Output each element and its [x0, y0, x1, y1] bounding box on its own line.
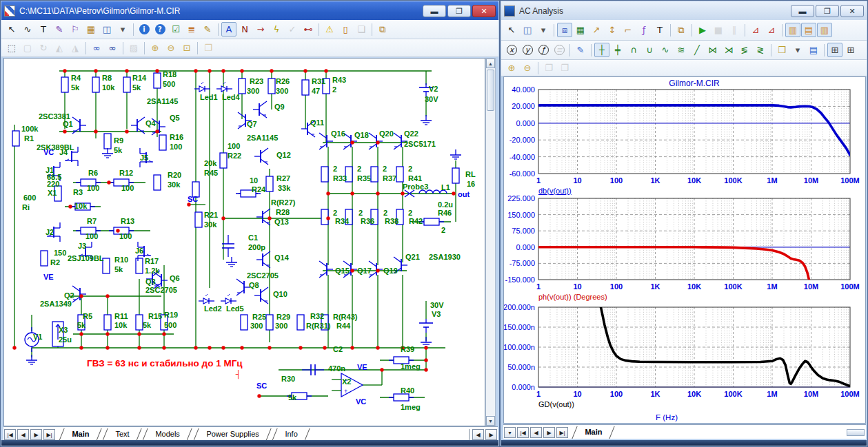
edit-limits-icon[interactable]: ✎	[573, 43, 588, 57]
show-attribute-text-icon[interactable]: A	[221, 22, 236, 37]
run-icon[interactable]: ▶	[695, 23, 710, 37]
zoom-in-icon[interactable]: ⊕	[504, 61, 519, 75]
show-plot-panel-icon[interactable]: ▥	[785, 23, 800, 37]
zoom-to-fit-icon[interactable]: ⊡	[179, 41, 194, 55]
show-currents-icon[interactable]: →	[253, 22, 268, 37]
clipboard-dropdown-icon[interactable]: ▾	[790, 43, 805, 57]
component-menu-icon[interactable]: ◫	[520, 23, 535, 37]
zoom-select-icon[interactable]: ⧈	[557, 23, 572, 37]
go-to-valley-icon[interactable]: ∪	[642, 43, 657, 57]
stop-icon[interactable]: ■	[711, 23, 726, 37]
copy-to-clipboard-icon[interactable]: ❒	[774, 43, 789, 57]
hscroll-right-icon[interactable]: ▶	[485, 429, 497, 440]
fx-settings-icon[interactable]: ƒ	[536, 43, 551, 57]
fx-mode-icon[interactable]: ƒ	[636, 23, 652, 37]
global-low-icon[interactable]: ≷	[753, 43, 768, 57]
minimize-button[interactable]: ▬	[423, 5, 446, 17]
high-point-icon[interactable]: ⋈	[705, 43, 720, 57]
box-select-icon[interactable]: ⬚	[4, 41, 19, 55]
component-dropdown-icon[interactable]: ▾	[536, 23, 551, 37]
help-mode-icon[interactable]: ?	[152, 22, 168, 37]
select-tool-icon[interactable]: ↖	[504, 23, 519, 37]
tab-info[interactable]: Info	[272, 428, 311, 441]
properties-icon[interactable]: ⧉	[674, 23, 689, 37]
graphics-mode-icon[interactable]: ✎	[52, 22, 67, 37]
hscroll-left-icon[interactable]: ◀	[472, 429, 484, 440]
analysis-titlebar[interactable]: AC Analysis ▬ ❐ ✕	[501, 1, 867, 20]
x-axis-settings-icon[interactable]: x	[504, 43, 519, 57]
zoom-in-icon[interactable]: ⊕	[148, 41, 163, 55]
tab-nav-arrow-icon[interactable]: |◀	[517, 427, 529, 438]
properties-icon[interactable]: ⧉	[375, 22, 390, 37]
restore-button[interactable]: ❐	[816, 5, 839, 17]
clear-region-icon[interactable]: ▢	[20, 41, 35, 55]
show-power-icon[interactable]: ϟ	[269, 22, 284, 37]
flip-horizontal-icon[interactable]: ◭	[52, 41, 67, 55]
auto-scale-icon[interactable]: ⊞	[843, 43, 858, 57]
minimize-button[interactable]: ▬	[791, 5, 814, 17]
restore-button[interactable]: ❐	[447, 5, 471, 17]
title-block-icon[interactable]: ❏	[354, 22, 369, 37]
zoom-plot-icon[interactable]: ↗	[589, 23, 604, 37]
y-axis-settings-icon[interactable]: y	[520, 43, 535, 57]
show-pin-connections-icon[interactable]: ⊷	[301, 22, 316, 37]
text-mode-icon[interactable]: T	[36, 22, 51, 37]
schematic-titlebar[interactable]: C:\MC11\DATA\Petrov\Gilmor\Gilmor-M.CIR …	[1, 1, 498, 20]
format-settings-icon[interactable]: ≡	[552, 43, 567, 57]
plot-panel[interactable]: 40.00020.0000.000-20.000-40.000-60.00011…	[503, 76, 866, 424]
close-button[interactable]: ✕	[472, 5, 496, 17]
scroll-thumb[interactable]	[487, 70, 494, 111]
stepping-icon[interactable]: ⊿	[764, 23, 779, 37]
scope-mode-icon[interactable]: ▦	[573, 23, 588, 37]
tab-main[interactable]: Main	[59, 428, 101, 441]
analysis-limits-icon[interactable]: ⊿	[748, 23, 763, 37]
page-thumbnail-icon[interactable]: ❐	[201, 41, 216, 55]
zoom-out-icon[interactable]: ⊖	[520, 61, 535, 75]
command-list-icon[interactable]: ≣	[184, 22, 199, 37]
global-high-icon[interactable]: ≶	[737, 43, 752, 57]
track-cursor-icon[interactable]: ╪	[610, 43, 625, 57]
text-mode-icon[interactable]: T	[652, 23, 667, 37]
tab-nav-arrow-icon[interactable]: ▶	[30, 429, 42, 440]
go-to-slope-icon[interactable]: ╱	[689, 43, 705, 57]
wire-mode-icon[interactable]: ∿	[20, 22, 35, 37]
cursor-mode-icon[interactable]: ┼	[594, 43, 609, 57]
tab-nav-arrow-icon[interactable]: ▶|	[43, 429, 55, 440]
tab-models[interactable]: Models	[143, 428, 193, 441]
tab-main[interactable]: Main	[572, 426, 614, 439]
component-dropdown-icon[interactable]: ▾	[115, 22, 130, 37]
show-both-panels-icon[interactable]: ▥	[817, 23, 832, 37]
rotate-icon[interactable]: ↻	[36, 41, 51, 55]
flip-vertical-icon[interactable]: ◮	[68, 41, 83, 55]
flag-mode-icon[interactable]: ⚐	[68, 22, 83, 37]
normalize-axes-icon[interactable]: ⊞	[827, 43, 842, 57]
copy-window-icon[interactable]: ❐	[557, 61, 572, 75]
find-component-icon[interactable]: ▦	[83, 22, 99, 37]
show-numeric-panel-icon[interactable]: ▤	[801, 23, 816, 37]
numeric-output-icon[interactable]: ▤	[806, 43, 821, 57]
pause-icon[interactable]: ‖	[727, 23, 742, 37]
vertical-scale-icon[interactable]: ↕	[605, 23, 620, 37]
zoom-out-icon[interactable]: ⊖	[163, 41, 179, 55]
go-to-peak-icon[interactable]: ∩	[626, 43, 641, 57]
component-menu-icon[interactable]: ◫	[99, 22, 114, 37]
close-button[interactable]: ✕	[840, 5, 864, 17]
tab-nav-arrow-icon[interactable]: ▶|	[556, 427, 568, 438]
scroll-up-icon[interactable]: ▲	[486, 59, 495, 68]
scroll-down-icon[interactable]: ▼	[486, 416, 495, 426]
waveform-label[interactable]: ph(v(out)) (Degrees)	[538, 293, 607, 301]
find-icon[interactable]: ∞	[89, 41, 104, 55]
copy-page-icon[interactable]: ❐	[541, 61, 556, 75]
waveform-label[interactable]: db(v(out))	[538, 187, 572, 195]
tab-nav-arrow-icon[interactable]: ◀	[17, 429, 29, 440]
go-to-flag-icon[interactable]: ▨	[126, 41, 141, 55]
schematic-canvas[interactable]: −+R45kR810kR145kR185002SA1145Led1Led4R23…	[3, 58, 485, 426]
info-mode-icon[interactable]: i	[137, 22, 152, 37]
select-tool-icon[interactable]: ↖	[4, 22, 19, 37]
schematic-vertical-scrollbar[interactable]: ▲ ▼	[485, 58, 496, 426]
tab-nav-arrow-icon[interactable]: ◀	[530, 427, 542, 438]
next-waveform-icon[interactable]: ∿	[658, 43, 673, 57]
warnings-icon[interactable]: ⚠	[322, 22, 337, 37]
tab-text[interactable]: Text	[102, 428, 141, 441]
model-check-icon[interactable]: ☑	[168, 22, 183, 37]
